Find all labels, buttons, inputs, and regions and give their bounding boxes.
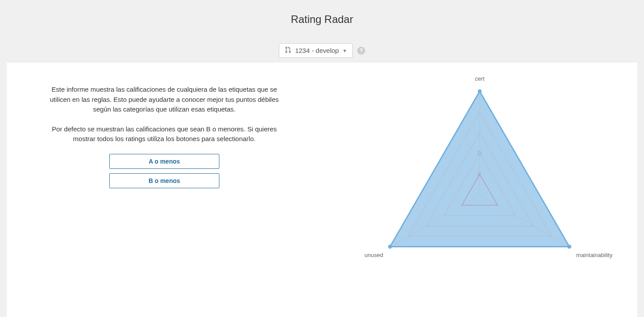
chart-panel: DEcertmaintainabilityunused xyxy=(322,63,637,317)
page-title: Rating Radar xyxy=(0,13,644,26)
svg-text:unused: unused xyxy=(364,252,383,258)
radar-chart: DEcertmaintainabilityunused xyxy=(330,63,629,310)
info-panel: Este informe muestra las calificaciones … xyxy=(7,63,322,317)
chevron-down-icon: ▼ xyxy=(342,48,347,53)
help-icon[interactable]: ? xyxy=(357,47,365,55)
svg-text:D: D xyxy=(477,150,481,157)
svg-point-18 xyxy=(567,245,571,249)
svg-point-1 xyxy=(285,51,287,52)
branch-select[interactable]: 1234 - develop ▼ xyxy=(279,43,353,58)
svg-text:E: E xyxy=(478,171,482,177)
svg-point-0 xyxy=(285,47,287,48)
svg-text:maintainability: maintainability xyxy=(576,252,613,258)
filter-b-or-less-button[interactable]: B o menos xyxy=(109,173,219,188)
svg-point-17 xyxy=(478,90,482,93)
info-paragraph-2: Por defecto se muestran las calificacion… xyxy=(50,124,279,144)
branch-select-label: 1234 - develop xyxy=(295,47,339,54)
svg-text:cert: cert xyxy=(475,75,485,82)
svg-point-2 xyxy=(289,51,290,52)
svg-point-19 xyxy=(388,245,392,249)
content-card: Este informe muestra las calificaciones … xyxy=(7,63,637,317)
filter-a-or-less-button[interactable]: A o menos xyxy=(109,154,219,169)
info-paragraph-1: Este informe muestra las calificaciones … xyxy=(50,85,279,115)
pull-request-icon xyxy=(285,46,292,55)
